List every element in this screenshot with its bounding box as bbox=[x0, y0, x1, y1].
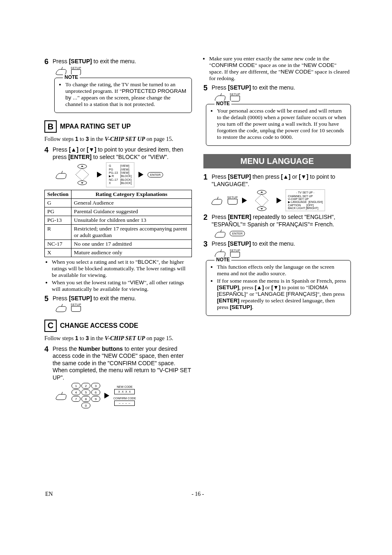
hand-icon bbox=[55, 303, 67, 312]
language-diagram: SETUP - TV SET UP - CHANNEL SET UP V-CHI… bbox=[211, 189, 351, 211]
mpaa-diagram: G PG PG–13 ▶ R NC–17 X [VIEW] [VIEW] [VI… bbox=[55, 162, 192, 187]
note-text: To change the rating, the TV must be tur… bbox=[65, 81, 187, 108]
arrow-right-icon bbox=[104, 393, 109, 398]
step-1-lang: 1 Press [SETUP] then press [▲] or [▼] to… bbox=[203, 173, 351, 188]
nav-arrows-icon bbox=[251, 190, 272, 211]
hand-icon bbox=[55, 391, 67, 400]
mpaa-notes-list: When you select a rating and set it to "… bbox=[46, 259, 192, 292]
footer-page-number: - 16 - bbox=[191, 491, 204, 497]
step-4-code: 4 Press the Number buttons to enter your… bbox=[44, 345, 192, 382]
note-language: NOTE This function effects only the lang… bbox=[206, 260, 351, 316]
section-c-heading: C CHANGE ACCESS CODE bbox=[44, 320, 192, 332]
section-letter-box: B bbox=[44, 120, 57, 133]
table-row: NC-17No one under 17 admitted bbox=[45, 240, 192, 248]
remote-enter-graphic: ENTER bbox=[214, 229, 351, 238]
follow-steps-text: Follow steps 1 to 3 in the V-CHIP SET UP… bbox=[44, 135, 192, 143]
rating-table: SelectionRating Category Explanations GG… bbox=[44, 190, 192, 257]
tv-setup-osd: - TV SET UP - CHANNEL SET UP V-CHIP SET … bbox=[286, 189, 325, 211]
setup-key: [SETUP] bbox=[69, 58, 92, 64]
mpaa-osd-panel: G PG PG–13 ▶ R NC–17 X [VIEW] [VIEW] [VI… bbox=[106, 162, 134, 187]
table-row: PGParental Guidance suggested bbox=[45, 207, 192, 216]
arrow-right-icon bbox=[97, 172, 102, 177]
step-6-exit: 6 Press [SETUP] to exit the menu. bbox=[44, 58, 192, 65]
enter-button-graphic: ENTER bbox=[230, 231, 245, 236]
step-3-lang: 3 Press [SETUP] to exit the menu. bbox=[203, 240, 351, 248]
hand-icon bbox=[214, 92, 226, 101]
footer-lang: EN bbox=[45, 491, 53, 497]
section-b-heading: B MPAA RATING SET UP bbox=[44, 120, 192, 133]
remote-setup-graphic: SETUP bbox=[214, 249, 351, 258]
remote-setup-graphic: SETUP bbox=[55, 303, 192, 312]
arrow-right-icon bbox=[277, 198, 281, 203]
number-keypad-graphic: 123 456 789 0 bbox=[71, 383, 100, 408]
left-column: 6 Press [SETUP] to exit the menu. SETUP … bbox=[44, 55, 192, 410]
enter-button-graphic: ENTER bbox=[148, 172, 163, 177]
menu-language-heading: MENU LANGUAGE bbox=[203, 154, 351, 168]
code-entry-diagram: 123 456 789 0 NEW CODEX X X X CONFIRM CO… bbox=[55, 383, 192, 408]
step-4-mpaa: 4 Press [▲] or [▼] to point to your desi… bbox=[44, 146, 192, 161]
remote-setup-graphic: SETUP bbox=[214, 92, 351, 101]
hand-icon bbox=[211, 196, 223, 205]
setup-button-graphic: SETUP bbox=[71, 67, 81, 75]
table-row: GGeneral Audience bbox=[45, 198, 192, 207]
step-2-lang: 2 Press [ENTER] repeatedly to select "EN… bbox=[203, 214, 351, 228]
step-number: 6 bbox=[44, 58, 50, 65]
step-5-exit: 5 Press [SETUP] to exit the menu. bbox=[44, 295, 192, 302]
right-column: Make sure you enter exactly the same new… bbox=[203, 55, 351, 410]
table-row: XMature audience only bbox=[45, 248, 192, 257]
code-osd-panel: NEW CODEX X X X CONFIRM CODE– – – – bbox=[113, 385, 136, 406]
section-title: MPAA RATING SET UP bbox=[60, 123, 131, 130]
hand-icon bbox=[214, 229, 226, 238]
table-row: RRestricted; under 17 requires accompany… bbox=[45, 224, 192, 240]
arrow-right-icon bbox=[138, 172, 143, 177]
page-footer: EN - 16 - bbox=[45, 491, 351, 497]
note-access-code: NOTE Your personal access code will be e… bbox=[206, 104, 351, 146]
step-5-exit-right: 5 Press [SETUP] to exit the menu. bbox=[203, 84, 351, 92]
follow-steps-text: Follow steps 1 to 3 in the V-CHIP SET UP… bbox=[44, 334, 192, 342]
hand-icon bbox=[214, 249, 226, 258]
hand-icon bbox=[55, 170, 67, 179]
arrow-right-icon bbox=[242, 198, 247, 203]
table-row: PG-13Unsuitable for children under 13 bbox=[45, 216, 192, 224]
note-rating-change: NOTE To change the rating, the TV must b… bbox=[54, 78, 192, 113]
hand-icon bbox=[55, 66, 67, 75]
confirm-code-bullet: Make sure you enter exactly the same new… bbox=[203, 55, 351, 82]
step-text: Press [SETUP] to exit the menu. bbox=[53, 58, 136, 65]
nav-arrows-icon bbox=[71, 164, 93, 185]
remote-setup-graphic: SETUP bbox=[55, 66, 192, 75]
